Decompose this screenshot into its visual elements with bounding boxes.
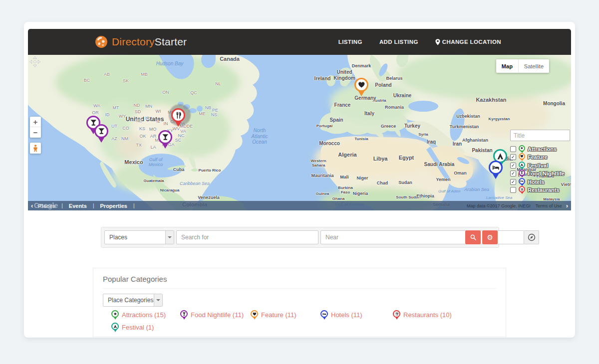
category-label: Food Nightlife (11) [191,311,244,319]
tab-separator: | [93,203,94,208]
legend-item-hotels: ✓ Hotels [510,179,571,185]
legend-title-input[interactable] [510,130,570,141]
legend-item-feature: ✓ Feature [510,154,571,161]
category-link-food-nightlife-11[interactable]: Food Nightlife (11) [180,310,244,320]
map-marker-cocktail[interactable] [94,124,108,143]
legend-label: Festival [528,163,548,169]
location-pin-icon [435,39,440,45]
advanced-settings-button[interactable]: ⚙ [482,230,498,244]
legend-label: Restaurants [528,187,560,193]
legend-label: Feature [528,154,548,160]
map-type-control: Map Satellite [496,59,549,73]
legend-item-restaurants: Restaurants [510,187,571,193]
compass-icon [527,233,536,242]
legend-item-festival: ✓ Festival [510,162,571,169]
main-nav: LISTINGADD LISTINGCHANGE LOCATION [338,39,501,45]
legend-checkbox-festival[interactable]: ✓ [510,163,516,169]
utensils-pin-icon [171,108,185,127]
legend-checkbox-feature[interactable]: ✓ [510,154,516,160]
category-link-restaurants-10[interactable]: Restaurants (10) [393,310,452,320]
gear-icon: ⚙ [487,234,493,241]
map-canvas[interactable]: CanadaUnited StatesMexicoCubaPuerto Rico… [28,55,571,210]
search-panel: Places ⚙ [101,227,499,248]
nav-add-listing[interactable]: ADD LISTING [379,39,418,45]
star-pin-icon [519,145,525,153]
tab-properties[interactable]: Properties [100,203,127,209]
carousel-next-icon[interactable]: › [566,202,568,209]
map-marker-utensils[interactable] [171,108,185,127]
map-attribution: Map data ©2017 Google, INEGI [467,203,531,208]
legend-item-attractions: Attractions [510,146,571,152]
zoom-out-button[interactable]: − [30,127,41,138]
bed-pin-icon [320,310,328,320]
legend-checkbox-attractions[interactable] [510,146,516,152]
category-link-attractions-15[interactable]: Attractions (15) [111,310,166,320]
pegman-icon [32,145,38,152]
heart-pin-icon [519,153,525,161]
logo[interactable]: DirectoryStarter [95,35,187,48]
map-legend: Attractions✓ Feature✓ Festival✓ Food Nig… [510,130,571,193]
geolocate-button[interactable] [524,230,539,244]
utensils-pin-icon [519,186,525,194]
cocktail-pin-icon [519,170,525,178]
category-link-feature-11[interactable]: Feature (11) [251,310,297,320]
bed-pin-icon [519,178,525,186]
search-icon [470,234,477,241]
category-link-festival-1[interactable]: Festival (1) [111,323,154,332]
legend-checkbox-food-nightlife[interactable]: ✓ [510,171,516,177]
cocktail-pin-icon [94,124,108,143]
popular-categories-heading: Popular Categories [103,275,167,283]
tab-separator: | [133,203,135,208]
category-label: Restaurants (10) [403,311,452,319]
pegman-streetview-control[interactable] [30,143,41,154]
legend-checkbox-hotels[interactable]: ✓ [510,179,516,185]
chevron-down-icon [165,231,174,244]
legend-checkbox-restaurants[interactable] [510,187,516,193]
legend-label: Attractions [528,146,557,152]
terms-of-use-link[interactable]: Terms of Use [536,203,562,208]
star-pin-icon [111,310,119,320]
utensils-pin-icon [393,310,400,320]
search-keyword-input[interactable] [176,230,318,244]
heart-pin-icon [251,310,258,320]
bed-pin-icon [489,161,503,179]
category-label: Feature (11) [261,311,297,319]
search-button[interactable] [465,230,481,244]
legend-label: Hotels [528,179,545,185]
legend-label: Food Nightlife [528,171,565,177]
cocktail-pin-icon [158,130,172,149]
zoom-in-button[interactable]: + [30,117,41,127]
tab-separator: | [61,203,63,208]
listing-type-select[interactable]: Places [104,230,174,244]
tent-pin-icon [519,162,525,170]
site-header: DirectoryStarter LISTINGADD LISTINGCHANG… [28,29,571,55]
listing-tabbar: ‹ Google Places|Events|Properties| Map d… [28,201,571,210]
tab-places[interactable]: Places [38,203,55,209]
category-label: Hotels (11) [331,311,362,319]
carousel-prev-icon[interactable]: ‹ [31,202,33,209]
nav-listing[interactable]: LISTING [338,39,362,45]
map-type-satellite-button[interactable]: Satellite [518,59,549,73]
globe-logo-icon [95,35,108,48]
nav-change-location[interactable]: CHANGE LOCATION [435,39,501,45]
popular-categories-panel: Popular Categories Place Categories Attr… [93,268,506,337]
tab-events[interactable]: Events [69,203,87,209]
map-terrain [28,55,571,210]
category-label: Festival (1) [122,324,154,331]
cocktail-pin-icon [180,310,188,320]
map-marker-heart[interactable] [354,78,368,96]
category-label: Attractions (15) [122,311,166,319]
map-marker-cocktail[interactable] [158,130,172,149]
site-title: DirectoryStarter [112,36,187,48]
map-type-map-button[interactable]: Map [496,59,518,73]
heart-pin-icon [354,78,368,96]
divider [103,288,496,289]
chevron-down-icon [154,294,162,306]
category-type-select[interactable]: Place Categories [103,294,163,307]
main-card: DirectoryStarter LISTINGADD LISTINGCHANG… [24,22,575,338]
map-marker-bed[interactable] [489,161,503,179]
legend-item-food-nightlife: ✓ Food Nightlife [510,171,571,177]
map-pan-control[interactable] [29,56,41,70]
tent-pin-icon [111,323,119,332]
category-link-hotels-11[interactable]: Hotels (11) [320,310,362,320]
